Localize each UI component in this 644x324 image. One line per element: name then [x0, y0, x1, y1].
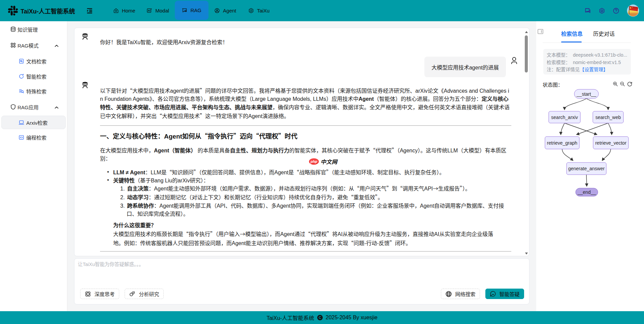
svg-text:php: php: [310, 159, 317, 164]
svg-text:generate_answer: generate_answer: [568, 166, 605, 171]
svg-text:__end__: __end__: [577, 189, 596, 195]
svg-text:search_web: search_web: [595, 115, 621, 120]
svg-text:__start__: __start__: [576, 91, 597, 97]
svg-text:C: C: [319, 316, 321, 320]
svg-text:AI: AI: [148, 9, 150, 12]
svg-text:search_arxiv: search_arxiv: [551, 115, 578, 120]
svg-text:retrieve_graph: retrieve_graph: [547, 140, 577, 146]
svg-text:retrieve_vector: retrieve_vector: [595, 140, 626, 146]
